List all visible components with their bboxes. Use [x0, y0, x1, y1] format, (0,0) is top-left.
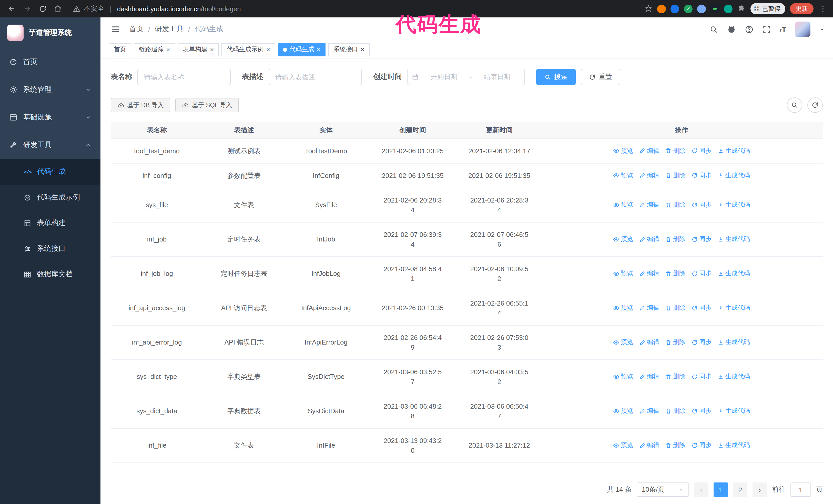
preview-link[interactable]: 预览 [613, 170, 633, 180]
sidebar-item-devtools[interactable]: 研发工具 [0, 131, 100, 159]
edit-link[interactable]: 编辑 [639, 146, 659, 155]
generate-code-link[interactable]: 生成代码 [718, 372, 750, 381]
preview-link[interactable]: 预览 [613, 337, 633, 347]
sidebar-item-db-docs[interactable]: 数据库文档 [0, 262, 100, 287]
tab-system-api[interactable]: 系统接口× [328, 43, 370, 56]
edit-link[interactable]: 编辑 [639, 303, 659, 313]
edit-link[interactable]: 编辑 [639, 372, 659, 381]
edit-link[interactable]: 编辑 [639, 337, 659, 347]
edit-link[interactable]: 编辑 [639, 269, 659, 279]
close-icon[interactable]: × [317, 46, 320, 53]
header-search-icon[interactable] [710, 25, 718, 33]
help-icon[interactable] [745, 25, 754, 33]
delete-link[interactable]: 删除 [665, 146, 685, 155]
import-sql-button[interactable]: 基于 SQL 导入 [175, 98, 239, 112]
delete-link[interactable]: 删除 [665, 337, 685, 347]
delete-link[interactable]: 删除 [665, 269, 685, 279]
extension-on-badge-icon[interactable]: on [711, 4, 719, 13]
extension-lion-icon[interactable] [658, 4, 666, 13]
browser-home-icon[interactable] [51, 2, 65, 16]
bookmark-star-icon[interactable] [645, 5, 653, 13]
sync-link[interactable]: 同步 [691, 440, 712, 450]
extension-drop-icon[interactable] [671, 4, 680, 13]
sidebar-item-system[interactable]: 系统管理 [0, 76, 100, 103]
tab-home[interactable]: 首页 [109, 43, 131, 56]
delete-link[interactable]: 删除 [665, 372, 685, 381]
font-size-icon[interactable]: tT [780, 25, 786, 33]
sync-link[interactable]: 同步 [691, 234, 712, 244]
sync-link[interactable]: 同步 [691, 146, 712, 155]
generate-code-link[interactable]: 生成代码 [718, 337, 750, 347]
edit-link[interactable]: 编辑 [639, 200, 659, 210]
next-page-button[interactable]: › [753, 482, 767, 497]
edit-link[interactable]: 编辑 [639, 234, 659, 244]
preview-link[interactable]: 预览 [613, 372, 633, 381]
extensions-puzzle-icon[interactable] [737, 4, 746, 13]
edit-link[interactable]: 编辑 [639, 440, 659, 450]
generate-code-link[interactable]: 生成代码 [718, 269, 750, 279]
avatar-caret-icon[interactable] [819, 26, 825, 32]
sidebar-toggle-icon[interactable] [109, 23, 122, 36]
delete-link[interactable]: 删除 [665, 303, 685, 313]
goto-page-input[interactable] [790, 482, 811, 497]
user-avatar[interactable] [795, 22, 810, 37]
extension-check-icon[interactable]: ✓ [684, 4, 693, 13]
sidebar-item-codegen[interactable]: </> 代码生成 [0, 159, 100, 185]
generate-code-link[interactable]: 生成代码 [718, 200, 750, 210]
breadcrumb-home[interactable]: 首页 [129, 25, 144, 34]
close-icon[interactable]: × [266, 46, 270, 53]
preview-link[interactable]: 预览 [613, 146, 633, 155]
delete-link[interactable]: 删除 [665, 170, 685, 180]
breadcrumb-devtools[interactable]: 研发工具 [155, 25, 184, 34]
generate-code-link[interactable]: 生成代码 [718, 406, 750, 416]
browser-profile-chip[interactable]: 😊 已暂停 [751, 3, 785, 14]
search-button[interactable]: 搜索 [536, 69, 576, 85]
app-logo-row[interactable]: 芋道管理系统 [0, 18, 100, 48]
sidebar-item-codegen-example[interactable]: 代码生成示例 [0, 185, 100, 210]
delete-link[interactable]: 删除 [665, 200, 685, 210]
extension-leaf-icon[interactable] [724, 4, 733, 13]
date-end-placeholder[interactable]: 结束日期 [474, 72, 520, 81]
tab-codegen[interactable]: 代码生成× [278, 43, 326, 56]
browser-forward-icon[interactable] [21, 2, 34, 16]
preview-link[interactable]: 预览 [613, 234, 633, 244]
close-icon[interactable]: × [210, 46, 214, 53]
browser-reload-icon[interactable] [36, 2, 49, 16]
page-size-select[interactable]: 10条/页 [637, 482, 689, 497]
table-name-input[interactable] [137, 69, 231, 85]
preview-link[interactable]: 预览 [613, 200, 633, 210]
reset-button[interactable]: 重置 [581, 69, 620, 85]
page-button-1[interactable]: 1 [714, 482, 728, 497]
generate-code-link[interactable]: 生成代码 [718, 146, 750, 155]
preview-link[interactable]: 预览 [613, 406, 633, 416]
prev-page-button[interactable]: ‹ [694, 482, 709, 497]
sidebar-item-system-api[interactable]: 系统接口 [0, 236, 100, 262]
browser-update-button[interactable]: 更新 [790, 3, 813, 14]
delete-link[interactable]: 删除 [665, 234, 685, 244]
delete-link[interactable]: 删除 [665, 440, 685, 450]
import-db-button[interactable]: 基于 DB 导入 [111, 98, 170, 112]
address-bar[interactable]: 不安全 | dashboard.yudao.iocoder.cn/tool/co… [73, 4, 643, 13]
sidebar-item-infra[interactable]: 基础设施 [0, 103, 100, 131]
page-button-2[interactable]: 2 [733, 482, 747, 497]
tab-form-builder[interactable]: 表单构建× [177, 43, 219, 56]
sidebar-item-form-builder[interactable]: 表单构建 [0, 210, 100, 236]
generate-code-link[interactable]: 生成代码 [718, 440, 750, 450]
edit-link[interactable]: 编辑 [639, 406, 659, 416]
preview-link[interactable]: 预览 [613, 269, 633, 279]
tab-codegen-example[interactable]: 代码生成示例× [221, 43, 275, 56]
close-icon[interactable]: × [361, 46, 364, 53]
generate-code-link[interactable]: 生成代码 [718, 234, 750, 244]
generate-code-link[interactable]: 生成代码 [718, 303, 750, 313]
edit-link[interactable]: 编辑 [639, 170, 659, 180]
generate-code-link[interactable]: 生成代码 [718, 170, 750, 180]
sync-link[interactable]: 同步 [691, 372, 712, 381]
sync-link[interactable]: 同步 [691, 337, 712, 347]
sync-link[interactable]: 同步 [691, 303, 712, 313]
sidebar-item-home[interactable]: 首页 [0, 48, 100, 76]
fullscreen-icon[interactable] [763, 25, 771, 33]
date-range-picker[interactable]: 开始日期 - 结束日期 [407, 69, 525, 85]
sync-link[interactable]: 同步 [691, 269, 712, 279]
close-icon[interactable]: × [166, 46, 170, 53]
toggle-search-button[interactable] [787, 97, 802, 113]
